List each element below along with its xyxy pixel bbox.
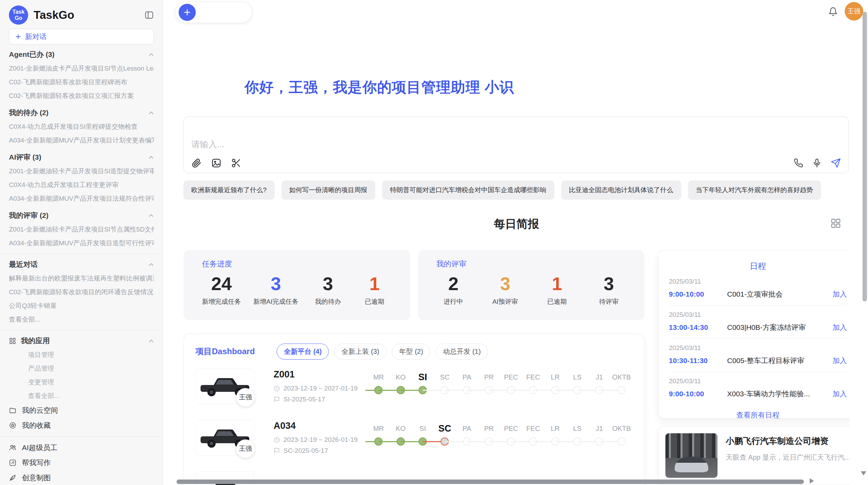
suggestion-chip[interactable]: 欧洲新规最近颁布了什么?: [183, 181, 275, 200]
sidebar-item[interactable]: C02-飞腾新能源轻客改款项目里程碑画布: [9, 75, 154, 89]
sidebar-item[interactable]: C02-飞腾新能源轻客改款项目立项汇报方案: [9, 89, 154, 103]
tab-new-body[interactable]: 全新上装 (3): [334, 344, 386, 360]
sidebar-item[interactable]: C0X4-动力总成开发项目工程变更评审: [9, 178, 154, 192]
stat-label: 新增AI完成任务: [253, 297, 299, 306]
milestone-label: SI: [412, 369, 434, 385]
scroll-right-arrow[interactable]: [810, 478, 814, 484]
send-icon[interactable]: [831, 158, 841, 168]
mic-icon[interactable]: [812, 158, 822, 168]
taskgo-logo: Task Go: [9, 5, 28, 25]
phone-icon[interactable]: [794, 158, 803, 168]
logo-text-bottom: Go: [15, 15, 22, 21]
sidebar-item[interactable]: Z001-全新燃油轻卡产品开发项目SI节点属性5D文件评审: [9, 223, 154, 236]
schedule-item[interactable]: 2025/03/11 9:00-10:00 C001-立项审批会 加入: [669, 272, 847, 306]
recent-item[interactable]: C02-飞腾新能源轻客改款项目的闭环通告反馈情况: [9, 285, 154, 299]
layout-grid-icon[interactable]: [830, 218, 841, 229]
milestone: PA: [456, 369, 478, 404]
sidebar-item[interactable]: Z001-全新燃油轻卡产品开发项目SI造型提交物评审: [9, 164, 154, 178]
image-icon[interactable]: [211, 158, 221, 168]
collapse-sidebar-icon[interactable]: [144, 10, 154, 20]
suggestion-chip[interactable]: 如何写一份清晰的项目周报: [281, 181, 375, 200]
project-row[interactable]: 王强 Z001 2023-12-19 ~ 2027-01-19 SI-2025-…: [195, 369, 632, 404]
tab-powertrain[interactable]: 动总开发 (1): [436, 344, 488, 360]
section-header-ai-review[interactable]: AI评审 (3): [9, 150, 154, 164]
milestone: LR: [544, 369, 566, 404]
tab-model-year[interactable]: 年型 (2): [392, 344, 430, 360]
schedule-event: C003|H0B-方案冻结评审: [727, 323, 832, 332]
schedule-time: 10:30-11:30: [669, 357, 727, 365]
suggestion-chip[interactable]: 特朗普可能对进口汽车增税会对中国车企造成哪些影响: [382, 181, 554, 200]
milestone-label: LS: [566, 369, 588, 385]
schedule-time: 9:00-10:00: [669, 290, 727, 298]
suggestion-chip[interactable]: 比亚迪全固态电池计划具体说了什么: [561, 181, 681, 200]
sidebar-item-ai-super-staff[interactable]: AI超级员工: [9, 440, 154, 455]
owner-badge: 王强: [236, 388, 255, 407]
app-item-change-mgmt[interactable]: 变更管理: [9, 375, 154, 389]
app-item-project-mgmt[interactable]: 项目管理: [9, 348, 154, 362]
sidebar-item-help-me-write[interactable]: 帮我写作: [9, 455, 154, 470]
pen-icon: [9, 474, 16, 482]
vertical-scrollbar-thumb[interactable]: [863, 12, 867, 301]
milestone: SC: [434, 421, 456, 456]
scroll-down-arrow[interactable]: [861, 471, 866, 475]
join-link[interactable]: 加入: [832, 323, 847, 332]
app-item-product-mgmt[interactable]: 产品管理: [9, 362, 154, 375]
daily-briefing-title: 每日简报: [183, 216, 849, 232]
schedule-date: 2025/03/11: [669, 377, 847, 385]
apps-view-all[interactable]: 查看全部...: [9, 389, 154, 403]
milestone-label: PEC: [500, 369, 522, 385]
recent-item[interactable]: 公司Q3轻卡销量: [9, 299, 154, 313]
scissors-icon[interactable]: [231, 158, 241, 168]
project-row[interactable]: 王强 A034 2023-12-19 ~ 2026-01-19 SC-2025-…: [195, 420, 632, 456]
section-header-my-todo[interactable]: 我的待办 (2): [9, 105, 154, 120]
schedule-item[interactable]: 2025/03/11 9:00-10:00 X003-车辆动力学性能验... 加…: [669, 372, 847, 405]
flag-icon: [274, 448, 280, 454]
app-window: Task Go TaskGo 新对话 Agent已办 (3) Z001-全新燃油…: [0, 0, 868, 485]
section-header-agent-done[interactable]: Agent已办 (3): [9, 47, 154, 62]
milestone: FEC: [522, 421, 544, 456]
sidebar-item-cloud-space[interactable]: 我的云空间: [9, 403, 154, 418]
folder-icon: [9, 407, 16, 414]
horizontal-scrollbar-thumb[interactable]: [177, 480, 804, 484]
sidebar-item[interactable]: A034-全新新能源MUV产品开发项目计划变更表编写: [9, 134, 154, 147]
stat-label: 进行中: [436, 297, 471, 306]
news-card[interactable]: 小鹏飞行汽车制造公司增资 天眼查 App 显示，近日广州汇天飞行汽...: [658, 426, 849, 485]
divider: [0, 436, 163, 437]
stat-value: 24: [202, 273, 241, 295]
join-link[interactable]: 加入: [832, 289, 847, 299]
briefing-columns: 任务进度 24新增完成任务 3新增AI完成任务 3我的待办 1已逾期 我的评审: [183, 250, 849, 485]
attachment-icon[interactable]: [191, 158, 202, 168]
suggestion-chip[interactable]: 当下年轻人对汽车外观有怎样的喜好趋势: [688, 181, 821, 200]
schedule-title: 日程: [669, 261, 847, 272]
stat-value: 2: [436, 273, 471, 295]
tab-all-new-platform[interactable]: 全新平台 (4): [277, 344, 329, 360]
sidebar-item-creative-drawing[interactable]: 创意制图: [9, 470, 154, 485]
view-all-schedule[interactable]: 查看所有日程: [669, 410, 847, 419]
sidebar-item[interactable]: A034-全新新能源MUV产品开发项目造型可行性评审: [9, 236, 154, 250]
sidebar-item-favorites[interactable]: 我的收藏: [9, 418, 154, 433]
join-link[interactable]: 加入: [832, 389, 847, 399]
sidebar-item[interactable]: Z001-全新燃油皮卡产品开发项目SI节点Lesson Learn报告: [9, 62, 154, 75]
sidebar-item-label: 我的收藏: [22, 421, 51, 430]
stat-value: 3: [592, 273, 626, 295]
schedule-item[interactable]: 2025/03/11 10:30-11:30 C005-整车工程目标评审 加入: [669, 339, 847, 372]
stat-card-task-progress: 任务进度 24新增完成任务 3新增AI完成任务 3我的待办 1已逾期: [183, 250, 410, 320]
sidebar-item-label: 创意制图: [22, 473, 51, 483]
schedule-item[interactable]: 2025/03/11 13:00-14:30 C003|H0B-方案冻结评审 加…: [669, 306, 847, 339]
milestone: LS: [566, 369, 588, 404]
schedule-time: 13:00-14:30: [669, 323, 727, 332]
section-header-my-apps[interactable]: 我的应用: [9, 334, 154, 348]
join-link[interactable]: 加入: [832, 356, 847, 365]
recent-item[interactable]: 解释最新出台的欧盟报废车法规再生塑料比例被调至15%...: [9, 272, 154, 285]
recent-view-all[interactable]: 查看全部...: [9, 313, 154, 326]
section-title: 我的应用: [21, 336, 50, 346]
sidebar-item[interactable]: A034-全新新能源MUV产品开发项目法规符合性评审: [9, 192, 154, 206]
sidebar-item[interactable]: C0X4-动力总成开发项目SI里程碑提交物检查: [9, 120, 154, 134]
section-header-recent[interactable]: 最近对话: [9, 257, 154, 272]
chat-input[interactable]: [188, 136, 773, 153]
stat-value: 3: [488, 273, 522, 295]
section-header-my-review[interactable]: 我的评审 (2): [9, 208, 154, 223]
suggestion-chips: 欧洲新规最近颁布了什么? 如何写一份清晰的项目周报 特朗普可能对进口汽车增税会对…: [183, 181, 821, 200]
new-chat-button[interactable]: 新对话: [9, 29, 154, 45]
apps-grid-icon: [9, 337, 16, 345]
